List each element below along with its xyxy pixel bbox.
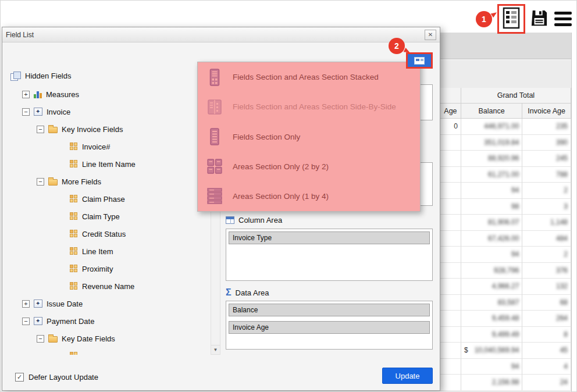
expander-icon[interactable]: − — [37, 126, 44, 133]
table-row: 9,499.498 — [440, 327, 571, 343]
table-row: 944 — [440, 359, 571, 375]
invoice-age-column-header: Invoice Age — [522, 104, 571, 119]
column-area-header: Column Area — [226, 216, 282, 224]
area-field-invoice-age[interactable]: Invoice Age — [229, 321, 430, 334]
currency-prefix: $ — [464, 346, 468, 354]
table-row: 942 — [440, 247, 571, 263]
layout-2x2-icon — [207, 159, 222, 174]
grid-rows: 0446,971.00235 351,019.84390 88,920.9624… — [440, 119, 571, 391]
tree-item[interactable]: −Key Date Fields — [8, 330, 209, 347]
app-toolbar: 1 — [476, 4, 573, 34]
expander-icon[interactable]: + — [22, 300, 30, 308]
field-icon — [70, 230, 78, 238]
layout-options-button[interactable] — [406, 52, 433, 69]
defer-layout-checkbox[interactable]: ✓ — [15, 373, 24, 382]
menu-item-stacked[interactable]: Fields Section and Areas Section Stacked — [198, 62, 420, 92]
column-header-row: Age Balance Invoice Age — [440, 104, 571, 119]
tree-item-partial — [8, 347, 209, 355]
save-icon — [530, 9, 548, 28]
tree-item[interactable]: −Key Invoice Fields — [8, 120, 209, 138]
layout-options-icon — [414, 57, 425, 65]
field-list-button-highlight — [497, 4, 525, 34]
field-list-button[interactable] — [503, 7, 520, 31]
close-button[interactable]: ✕ — [425, 30, 436, 40]
hidden-fields-header: Hidden Fields — [10, 72, 72, 80]
tree-item[interactable]: Claim Type — [8, 208, 209, 225]
grand-total-header-row: Grand Total — [440, 88, 571, 104]
data-area-box: Balance Invoice Age — [226, 301, 433, 350]
menu-item-areas-1x4[interactable]: Areas Section Only (1 by 4) — [198, 181, 420, 211]
layout-fields-only-icon — [207, 128, 222, 145]
tree-item[interactable]: Claim Phase — [8, 190, 209, 208]
sigma-icon: Σ — [226, 288, 231, 297]
field-icon — [70, 195, 78, 203]
balance-column-header: Balance — [461, 104, 523, 119]
grand-total-header: Grand Total — [461, 88, 571, 104]
update-button[interactable]: Update — [382, 368, 433, 384]
dialog-titlebar[interactable]: Field List ✕ — [2, 27, 440, 42]
field-list-icon — [503, 7, 520, 31]
table-row: 2,156.9824 — [440, 375, 571, 391]
background-pivot-grid: Grand Total Age Balance Invoice Age 0446… — [440, 33, 572, 392]
dimension-icon — [34, 108, 42, 116]
expander-icon[interactable]: − — [37, 335, 44, 343]
expander-icon[interactable]: − — [22, 318, 30, 325]
menu-item-areas-2x2[interactable]: Areas Section Only (2 by 2) — [198, 152, 420, 181]
tree-item[interactable]: Invoice# — [8, 138, 209, 155]
menu-item-fields-only[interactable]: Fields Section Only — [198, 122, 420, 151]
menu-button[interactable] — [553, 10, 573, 27]
area-field-invoice-type[interactable]: Invoice Type — [229, 231, 430, 244]
dimension-icon — [34, 300, 42, 308]
folder-icon — [48, 336, 58, 343]
tree-item[interactable]: −More Fields — [8, 173, 209, 190]
folder-icon — [48, 179, 58, 186]
layout-side-by-side-icon — [207, 98, 222, 116]
dialog-title: Field List — [6, 31, 34, 39]
field-list-dialog: Field List ✕ Hidden Fields +Measures −In… — [2, 27, 440, 391]
expander-icon[interactable]: − — [37, 178, 44, 186]
tree-item[interactable]: Proximity — [8, 260, 209, 277]
tree-item[interactable]: Line Item Name — [8, 155, 209, 173]
table-row: 0446,971.00235 — [440, 119, 571, 135]
layout-options-menu: Fields Section and Areas Section Stacked… — [197, 62, 421, 212]
field-icon — [70, 247, 78, 255]
tree-item[interactable]: Revenue Name — [8, 277, 209, 295]
layout-1x4-icon — [207, 188, 222, 204]
data-area-header: Σ Data Area — [226, 288, 269, 297]
table-row: 81,906.071,148 — [440, 215, 571, 231]
tree-item[interactable]: Credit Status — [8, 225, 209, 243]
screenshot-root: Grand Total Age Balance Invoice Age 0446… — [0, 0, 577, 392]
expander-icon[interactable]: − — [22, 108, 30, 116]
age-column-header: Age — [440, 104, 461, 119]
annotation-step-1: 1 — [476, 11, 492, 27]
save-button[interactable] — [530, 9, 548, 28]
field-icon — [70, 160, 78, 168]
menu-item-side-by-side: Fields Section and Areas Section Side-By… — [198, 92, 420, 122]
table-row: 942 — [440, 183, 571, 199]
field-icon — [70, 212, 78, 220]
table-row: 928,796376 — [440, 263, 571, 279]
scroll-down-button[interactable]: ▼ — [211, 345, 220, 354]
field-icon — [70, 282, 78, 290]
table-row: 67,426.00484 — [440, 231, 571, 247]
hamburger-icon — [553, 10, 573, 27]
expander-icon[interactable]: + — [22, 91, 30, 98]
tree-item[interactable]: −Payment Date — [8, 312, 209, 330]
defer-layout-update: ✓ Defer Layout Update — [15, 373, 98, 382]
field-icon — [70, 352, 78, 355]
area-field-balance[interactable]: Balance — [229, 304, 430, 316]
table-row: 9,459.48264 — [440, 311, 571, 327]
tree-item[interactable]: +Measures — [8, 85, 209, 103]
field-icon — [70, 142, 78, 151]
table-row: 351,019.84390 — [440, 135, 571, 151]
table-row: 61,271.00788 — [440, 167, 571, 183]
tree-item[interactable]: Line Item — [8, 243, 209, 260]
tree-item[interactable]: −Invoice — [8, 103, 209, 120]
tree-item[interactable]: +Issue Date — [8, 295, 209, 312]
annotation-step-2: 2 — [389, 38, 405, 54]
column-area-icon — [226, 216, 234, 224]
table-row: $10,040,569.9445 — [440, 343, 571, 359]
hidden-fields-icon — [10, 72, 20, 80]
column-area-box: Invoice Type — [226, 229, 433, 281]
measures-icon — [34, 91, 42, 98]
